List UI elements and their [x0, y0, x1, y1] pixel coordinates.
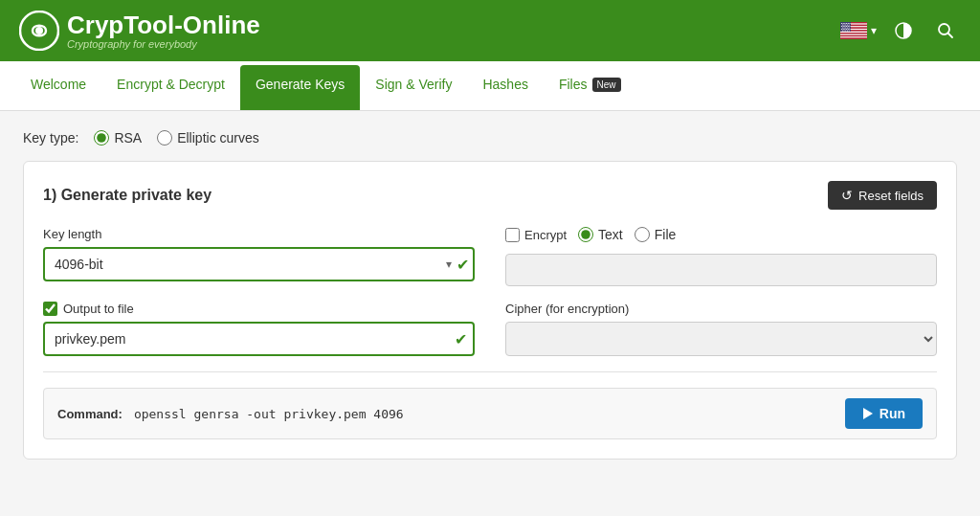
svg-point-46	[845, 30, 846, 31]
svg-point-28	[843, 26, 844, 27]
output-filename-wrapper: ✔	[43, 322, 475, 356]
nav-bar: Welcome Encrypt & Decrypt Generate Keys …	[0, 61, 980, 111]
svg-point-42	[848, 29, 849, 30]
text-radio-option[interactable]: Text	[578, 227, 623, 242]
elliptic-radio[interactable]	[157, 130, 172, 146]
svg-rect-10	[840, 33, 867, 34]
card-header: 1) Generate private key ↺ Reset fields	[43, 181, 937, 210]
rsa-label: RSA	[114, 130, 142, 146]
file-radio[interactable]	[635, 227, 650, 242]
key-length-input[interactable]	[43, 247, 475, 281]
svg-point-34	[843, 27, 844, 28]
svg-point-37	[849, 27, 850, 28]
logo-subtitle: Cryptography for everybody	[67, 38, 260, 50]
cipher-select[interactable]	[505, 322, 937, 356]
svg-point-26	[849, 24, 850, 25]
language-selector[interactable]: ▾	[840, 22, 877, 39]
header: CrypTool-Online Cryptography for everybo…	[0, 0, 980, 61]
elliptic-radio-option[interactable]: Elliptic curves	[157, 130, 259, 146]
cipher-label: Cipher (for encryption)	[505, 302, 937, 316]
main-content: Key type: RSA Elliptic curves 1) Generat…	[0, 111, 980, 494]
cipher-group: Cipher (for encryption)	[505, 302, 937, 356]
svg-point-38	[841, 29, 842, 30]
svg-point-36	[847, 27, 848, 28]
svg-point-23	[843, 24, 844, 25]
command-label: Command:	[57, 407, 122, 421]
rsa-radio-option[interactable]: RSA	[94, 130, 142, 146]
key-length-label: Key length	[43, 227, 475, 241]
text-label: Text	[598, 227, 623, 242]
run-button[interactable]: Run	[845, 398, 923, 429]
svg-point-43	[849, 29, 850, 30]
svg-line-51	[948, 34, 953, 38]
svg-point-30	[846, 26, 847, 27]
output-file-label-text: Output to file	[63, 302, 134, 316]
svg-point-40	[844, 29, 845, 30]
svg-point-17	[843, 23, 844, 24]
logo-title: CrypTool-Online	[67, 11, 260, 39]
generate-key-card: 1) Generate private key ↺ Reset fields K…	[23, 161, 957, 460]
search-icon	[937, 22, 954, 39]
svg-point-39	[843, 29, 844, 30]
us-flag-icon	[840, 22, 867, 39]
svg-point-44	[842, 30, 843, 31]
key-type-label: Key type:	[23, 130, 78, 146]
key-length-input-wrapper: ▾ ✔	[43, 247, 475, 281]
nav-item-welcome[interactable]: Welcome	[15, 61, 101, 110]
svg-rect-9	[840, 32, 867, 33]
svg-point-33	[842, 27, 843, 28]
svg-point-19	[846, 23, 847, 24]
svg-point-22	[842, 24, 843, 25]
encrypt-checkbox[interactable]	[505, 228, 520, 242]
form-grid: Key length ▾ ✔ Encrypt Text	[43, 227, 937, 356]
nav-item-files[interactable]: Files New	[544, 61, 636, 110]
svg-point-24	[845, 24, 846, 25]
logo: CrypTool-Online Cryptography for everybo…	[19, 11, 260, 51]
svg-point-20	[848, 23, 849, 24]
run-play-icon	[862, 407, 874, 420]
svg-rect-12	[840, 35, 867, 36]
nav-item-hashes[interactable]: Hashes	[467, 61, 543, 110]
nav-item-sign-verify[interactable]: Sign & Verify	[360, 61, 467, 110]
rsa-radio[interactable]	[94, 130, 109, 146]
svg-point-32	[849, 26, 850, 27]
encrypt-group: Encrypt Text File	[505, 227, 937, 286]
text-radio[interactable]	[578, 227, 593, 242]
logo-icon	[19, 11, 59, 51]
key-type-row: Key type: RSA Elliptic curves	[23, 130, 957, 146]
svg-rect-14	[840, 38, 867, 39]
command-text: openssl genrsa -out privkey.pem 4096	[134, 407, 834, 421]
reset-fields-button[interactable]: ↺ Reset fields	[828, 181, 937, 210]
svg-point-47	[847, 30, 848, 31]
svg-point-1	[35, 27, 43, 34]
nav-item-encrypt-decrypt[interactable]: Encrypt & Decrypt	[101, 61, 240, 110]
svg-point-31	[848, 26, 849, 27]
search-button[interactable]	[930, 15, 961, 46]
svg-point-16	[841, 23, 842, 24]
output-file-checkbox[interactable]	[43, 302, 57, 316]
files-new-badge: New	[592, 78, 621, 92]
output-filename-input[interactable]	[43, 322, 475, 356]
contrast-toggle-button[interactable]	[888, 15, 919, 46]
key-length-group: Key length ▾ ✔	[43, 227, 475, 281]
svg-point-29	[844, 26, 845, 27]
key-type-radio-group: RSA Elliptic curves	[94, 130, 258, 146]
svg-point-41	[846, 29, 847, 30]
nav-item-generate-keys[interactable]: Generate Keys	[240, 65, 360, 110]
svg-point-18	[844, 23, 845, 24]
svg-point-35	[845, 27, 846, 28]
chevron-down-icon: ▾	[871, 24, 877, 37]
contrast-icon	[895, 22, 912, 39]
card-title: 1) Generate private key	[43, 187, 212, 204]
svg-rect-13	[840, 36, 867, 37]
elliptic-label: Elliptic curves	[177, 130, 259, 146]
command-bar: Command: openssl genrsa -out privkey.pem…	[43, 388, 937, 439]
encrypt-text-input[interactable]	[505, 254, 937, 286]
reset-icon: ↺	[841, 188, 853, 203]
encrypt-checkbox-label[interactable]: Encrypt	[505, 228, 567, 242]
output-file-checkbox-label[interactable]: Output to file	[43, 302, 475, 316]
divider	[43, 371, 937, 372]
file-radio-option[interactable]: File	[635, 227, 677, 242]
file-label: File	[655, 227, 677, 242]
svg-rect-11	[840, 34, 867, 34]
